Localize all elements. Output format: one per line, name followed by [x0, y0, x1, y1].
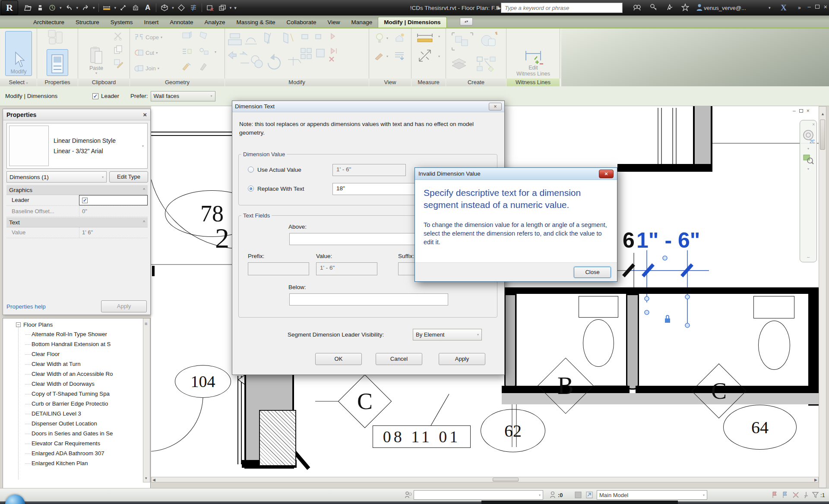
tab-insert[interactable]: Insert [139, 17, 165, 28]
switch-windows-dropdown-icon[interactable]: ▾ [229, 6, 233, 10]
chevron-down-icon[interactable]: ▾ [438, 54, 440, 58]
element-filter-select[interactable]: Dimensions (1)▾ [6, 171, 107, 183]
design-options-select[interactable]: Main Model▾ [597, 490, 707, 500]
section-graphics[interactable]: Graphics^ [6, 185, 148, 195]
minimize-button[interactable]: – [808, 3, 811, 10]
properties-close-icon[interactable]: × [143, 111, 147, 118]
customize-qat-icon[interactable]: ▾ [233, 5, 237, 11]
panel-label-witness-lines[interactable]: Witness Lines [506, 79, 560, 86]
keynote-tag[interactable]: 08 11 01 [373, 425, 471, 448]
close-hidden-windows-icon[interactable] [205, 2, 216, 13]
cancel-button[interactable]: Cancel [376, 353, 422, 365]
hscroll-thumb[interactable] [493, 478, 519, 482]
browser-view-item[interactable]: DETAILING Level 3 [3, 409, 143, 419]
editable-elements-icon[interactable] [549, 491, 556, 499]
browser-view-item[interactable]: Curb or Barrier Edge Protectio [3, 399, 143, 409]
aligned-dimension-icon[interactable] [118, 2, 129, 13]
select-pinned-icon[interactable] [802, 491, 810, 499]
switch-windows-icon[interactable] [217, 2, 228, 13]
paste-button[interactable]: Paste ▾ [84, 31, 108, 76]
create-parts-icon[interactable] [475, 55, 500, 75]
thin-lines-icon[interactable] [188, 2, 199, 13]
panel-label-properties[interactable]: Properties [37, 79, 78, 86]
lightbulb-icon[interactable] [375, 33, 384, 44]
canvas-vscrollbar[interactable]: ▲ [819, 106, 826, 488]
close-button[interactable]: × [824, 3, 827, 10]
browser-view-item[interactable]: Enlarged Kitchen Plan [3, 458, 143, 468]
ok-button[interactable]: OK [315, 353, 362, 365]
scroll-down-icon[interactable]: ▾ [145, 476, 147, 480]
3d-view-icon[interactable] [159, 2, 170, 13]
panel-label-view[interactable]: View [369, 79, 411, 86]
chevron-down-icon[interactable]: ▾ [438, 35, 440, 38]
lock-icon[interactable] [664, 315, 671, 324]
prefer-select[interactable]: Wall faces▾ [151, 91, 215, 101]
undo-dropdown-icon[interactable]: ▾ [76, 6, 79, 10]
properties-button[interactable] [47, 49, 68, 76]
scroll-up-icon[interactable]: ▲ [821, 112, 825, 116]
render-icon[interactable] [394, 33, 405, 43]
cut-to-clipboard-icon[interactable] [114, 32, 123, 41]
measure-icon[interactable] [101, 2, 113, 13]
collapse-node-icon[interactable]: – [16, 322, 21, 327]
browser-vscrollbar[interactable]: ≡ ▾ [143, 318, 150, 482]
section-text[interactable]: Text^ [6, 217, 148, 227]
panel-label-select[interactable]: Select ▾ [0, 79, 37, 86]
type-selector[interactable]: Linear Dimension Style Linear - 3/32" Ar… [6, 123, 148, 169]
navbar-close-icon[interactable]: × [812, 122, 815, 127]
modify-button[interactable]: Modify [5, 31, 32, 76]
replace-with-text-radio[interactable] [248, 186, 254, 192]
tab-analyze[interactable]: Analyze [199, 17, 231, 28]
dialog-title-bar[interactable]: Dimension Text × [232, 101, 504, 112]
browser-view-item[interactable]: Elevator Car Requirements [3, 438, 143, 448]
editable-only-icon[interactable] [771, 491, 779, 499]
use-actual-value-radio[interactable] [248, 167, 254, 173]
browser-view-item[interactable]: Clear Width of Doorways [3, 379, 143, 389]
tag-icon[interactable] [130, 2, 141, 13]
properties-help-link[interactable]: Properties help [6, 303, 46, 310]
undo-icon[interactable] [63, 2, 75, 13]
room-tag-64[interactable]: 64 [723, 405, 797, 450]
press-drag-icon[interactable] [782, 491, 789, 499]
tab-structure[interactable]: Structure [70, 17, 105, 28]
browser-view-item[interactable]: Clear Floor [3, 349, 143, 359]
property-row-value[interactable]: Value 1' 6" [6, 227, 148, 238]
redo-dropdown-icon[interactable]: ▾ [92, 6, 96, 10]
create-assembly-icon[interactable] [450, 55, 472, 75]
edit-witness-lines-button[interactable]: Edit Witness Lines [513, 30, 554, 78]
dimension-tool-icon[interactable] [418, 48, 433, 63]
paint-icon[interactable] [182, 62, 192, 71]
create-similar-icon[interactable] [477, 31, 501, 53]
user-icon[interactable] [696, 3, 703, 13]
sync-dropdown-icon[interactable]: ▾ [59, 6, 63, 10]
wall-joins-icon[interactable] [182, 31, 192, 40]
active-workset-select[interactable]: ▾ [414, 490, 543, 500]
use-actual-value-label[interactable]: Use Actual Value [257, 167, 301, 173]
beam-joins-icon[interactable] [199, 31, 209, 40]
panel-label-measure[interactable]: Measure [411, 79, 446, 86]
apply-button[interactable]: Apply [101, 300, 147, 312]
browser-view-item[interactable]: Enlarged ADA Bathroom 307 [3, 448, 143, 458]
demolish-icon[interactable] [199, 62, 208, 71]
sync-icon[interactable] [47, 2, 58, 13]
error-close-button[interactable]: Close [574, 267, 611, 278]
leader-visibility-select[interactable]: By Element▾ [413, 329, 482, 340]
search-icon[interactable] [633, 3, 642, 13]
match-properties-icon[interactable] [114, 59, 123, 68]
dialog-apply-button[interactable]: Apply [439, 353, 485, 365]
account-dropdown-icon[interactable]: ▾ [768, 6, 772, 10]
split-element-icon[interactable] [199, 47, 209, 55]
browser-view-item[interactable]: Clear Width at Turn [3, 359, 143, 369]
panel-label-clipboard[interactable]: Clipboard [78, 79, 130, 86]
below-field[interactable] [289, 293, 448, 306]
cope-button[interactable]: Cope▾ [134, 32, 162, 42]
scroll-right-icon[interactable]: ▶ [814, 478, 817, 482]
browser-view-item[interactable]: Copy of T-Shaped Turning Spa [3, 389, 143, 399]
exclude-options-icon[interactable] [585, 491, 593, 499]
replace-with-text-label[interactable]: Replace With Text [257, 186, 304, 192]
copy-icon[interactable] [114, 45, 123, 54]
scrollbar-menu-icon[interactable]: ≡ [145, 321, 147, 326]
chevron-down-icon[interactable]: ▾ [142, 144, 144, 148]
subscription-icon[interactable] [650, 3, 658, 13]
communication-center-icon[interactable] [666, 3, 674, 13]
